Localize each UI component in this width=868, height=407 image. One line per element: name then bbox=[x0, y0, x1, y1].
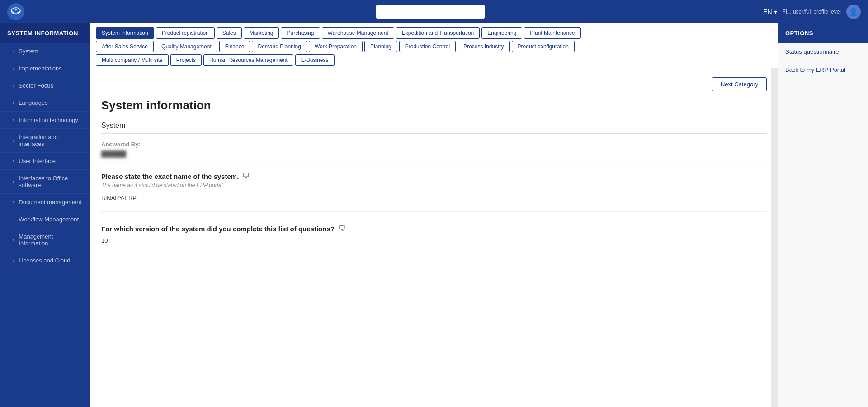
sidebar-item-label: Document management bbox=[19, 199, 81, 206]
chevron-icon: › bbox=[13, 49, 14, 54]
lang-chevron-icon: ▾ bbox=[774, 8, 777, 15]
search-input[interactable] bbox=[376, 5, 485, 19]
chevron-icon: › bbox=[13, 117, 14, 122]
tab-finance[interactable]: Finance bbox=[219, 41, 250, 52]
tab-product-configuration[interactable]: Product configuration bbox=[512, 41, 575, 52]
sidebar-item-label: Workflow Management bbox=[19, 216, 79, 223]
logo-icon bbox=[7, 3, 24, 20]
chevron-icon: › bbox=[13, 138, 14, 143]
top-header: EN ▾ Fi... user/full profile level 👤 bbox=[0, 0, 868, 23]
tab-projects[interactable]: Projects bbox=[170, 54, 202, 66]
chevron-icon: › bbox=[13, 100, 14, 105]
chevron-icon: › bbox=[13, 200, 14, 205]
question-answer-1: BINARY-ERP bbox=[101, 192, 767, 204]
tab-row-3: Multi company / Multi siteProjectsHuman … bbox=[96, 54, 772, 66]
chevron-icon: › bbox=[13, 179, 14, 184]
comment-icon-2: 🗨 bbox=[338, 225, 345, 233]
tab-purchasing[interactable]: Purchasing bbox=[281, 27, 320, 39]
user-name: Fi... user/full profile level bbox=[783, 9, 841, 15]
sidebar-items: ›System›Implementations›Sector Focus›Lan… bbox=[0, 43, 90, 269]
tab-production-control[interactable]: Production Control bbox=[399, 41, 456, 52]
next-category-row: Next Category bbox=[101, 77, 767, 91]
chevron-icon: › bbox=[13, 66, 14, 71]
sidebar-item-languages[interactable]: ›Languages bbox=[0, 94, 90, 112]
svg-point-1 bbox=[15, 9, 17, 11]
sidebar-item-label: Management Information bbox=[19, 233, 83, 247]
sidebar-item-label: Implementations bbox=[19, 65, 61, 72]
tab-plant-maintenance[interactable]: Plant Maintenance bbox=[524, 27, 580, 39]
sidebar-item-workflow-management[interactable]: ›Workflow Management bbox=[0, 211, 90, 228]
content-area: System informationProduct registrationSa… bbox=[90, 23, 778, 407]
tab-product-registration[interactable]: Product registration bbox=[156, 27, 215, 39]
tab-warehouse-management[interactable]: Warehouse Management bbox=[322, 27, 394, 39]
question-block-1: Please state the exact name of the syste… bbox=[101, 172, 767, 212]
main-layout: SYSTEM INFORMATION ›System›Implementatio… bbox=[0, 23, 868, 407]
tab-row-1: System informationProduct registrationSa… bbox=[96, 27, 772, 39]
tab-planning[interactable]: Planning bbox=[364, 41, 397, 52]
question-answer-2: 10 bbox=[101, 234, 767, 247]
tab-multi-company---multi-site[interactable]: Multi company / Multi site bbox=[96, 54, 169, 66]
sidebar-item-implementations[interactable]: ›Implementations bbox=[0, 60, 90, 77]
sidebar-item-integration-interfaces[interactable]: ›Integration and interfaces bbox=[0, 129, 90, 153]
tab-process-industry[interactable]: Process Industry bbox=[458, 41, 509, 52]
sidebar-item-label: Integration and interfaces bbox=[19, 134, 83, 147]
sidebar-item-label: Interfaces to Office software bbox=[19, 175, 83, 188]
comment-icon-1: 🗨 bbox=[242, 172, 250, 180]
chevron-icon: › bbox=[13, 238, 14, 243]
options-panel: OPTIONS Status questionnaireBack to my E… bbox=[778, 23, 868, 407]
sidebar-item-label: Languages bbox=[19, 99, 47, 106]
sidebar-item-user-interface[interactable]: ›User Interface bbox=[0, 153, 90, 170]
tab-engineering[interactable]: Engineering bbox=[481, 27, 522, 39]
chevron-icon: › bbox=[13, 217, 14, 222]
tab-bar: System informationProduct registrationSa… bbox=[90, 23, 778, 68]
sidebar-item-management-information[interactable]: ›Management Information bbox=[0, 228, 90, 252]
tab-after-sales-service[interactable]: After Sales Service bbox=[96, 41, 154, 52]
next-category-button[interactable]: Next Category bbox=[712, 77, 767, 91]
answered-by-value: ██████ bbox=[101, 150, 767, 163]
question-block-2: For which version of the system did you … bbox=[101, 225, 767, 254]
header-center bbox=[98, 5, 763, 19]
sidebar-item-label: Licenses and Cloud bbox=[19, 257, 70, 264]
sidebar-item-label: User Interface bbox=[19, 158, 56, 164]
tab-demand-planning[interactable]: Demand Planning bbox=[252, 41, 307, 52]
question-hint-1: The name as it should be stated on the E… bbox=[101, 182, 767, 188]
options-title: OPTIONS bbox=[778, 23, 868, 43]
tab-expedition-and-transportation[interactable]: Expedition and Transportation bbox=[396, 27, 480, 39]
sidebar: SYSTEM INFORMATION ›System›Implementatio… bbox=[0, 23, 90, 407]
options-link-1[interactable]: Status questionnaire bbox=[778, 43, 868, 61]
chevron-icon: › bbox=[13, 159, 14, 164]
tab-sales[interactable]: Sales bbox=[217, 27, 242, 39]
tab-marketing[interactable]: Marketing bbox=[244, 27, 279, 39]
main-content: Next Category System information System … bbox=[90, 68, 778, 407]
lang-selector[interactable]: EN ▾ bbox=[763, 8, 777, 15]
sidebar-item-interfaces-office[interactable]: ›Interfaces to Office software bbox=[0, 170, 90, 194]
tab-human-resources-management[interactable]: Human Resources Management bbox=[203, 54, 293, 66]
question-text-1: Please state the exact name of the syste… bbox=[101, 173, 239, 180]
tab-row-2: After Sales ServiceQuality ManagementFin… bbox=[96, 41, 772, 52]
sidebar-title: SYSTEM INFORMATION bbox=[0, 23, 90, 43]
sidebar-item-sector-focus[interactable]: ›Sector Focus bbox=[0, 77, 90, 94]
options-links: Status questionnaireBack to my ERP-Porta… bbox=[778, 43, 868, 79]
question-text-2: For which version of the system did you … bbox=[101, 225, 335, 233]
sidebar-item-licenses-cloud[interactable]: ›Licenses and Cloud bbox=[0, 252, 90, 269]
questions-container: Please state the exact name of the syste… bbox=[101, 172, 767, 254]
chevron-icon: › bbox=[13, 258, 14, 263]
question-label-2: For which version of the system did you … bbox=[101, 225, 767, 233]
sidebar-item-system[interactable]: ›System bbox=[0, 43, 90, 60]
tab-e-business[interactable]: E-Business bbox=[295, 54, 335, 66]
sidebar-item-document-management[interactable]: ›Document management bbox=[0, 194, 90, 211]
tab-quality-management[interactable]: Quality Management bbox=[156, 41, 217, 52]
sidebar-item-label: Sector Focus bbox=[19, 82, 53, 89]
sidebar-item-information-technology[interactable]: ›Information technology bbox=[0, 112, 90, 129]
lang-label: EN bbox=[763, 8, 772, 15]
header-right: EN ▾ Fi... user/full profile level 👤 bbox=[763, 5, 861, 19]
section-title: System bbox=[101, 122, 767, 134]
logo-area bbox=[7, 3, 98, 20]
sidebar-item-label: System bbox=[19, 48, 38, 55]
tab-system-information[interactable]: System information bbox=[96, 27, 154, 39]
scroll-track bbox=[771, 23, 778, 407]
page-title: System information bbox=[101, 98, 767, 112]
sidebar-item-label: Information technology bbox=[19, 117, 78, 123]
options-link-2[interactable]: Back to my ERP-Portal bbox=[778, 61, 868, 79]
tab-work-preparation[interactable]: Work Preparation bbox=[309, 41, 363, 52]
